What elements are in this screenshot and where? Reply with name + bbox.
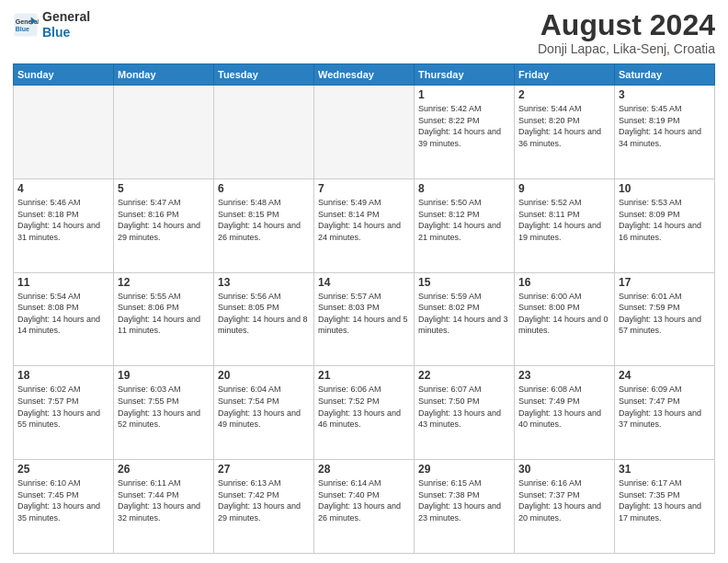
- day-number: 26: [118, 463, 210, 476]
- day-info: Sunrise: 6:04 AMSunset: 7:54 PMDaylight:…: [218, 384, 310, 430]
- day-header-friday: Friday: [515, 64, 615, 86]
- day-info: Sunrise: 5:50 AMSunset: 8:12 PMDaylight:…: [418, 197, 510, 243]
- week-row-3: 11Sunrise: 5:54 AMSunset: 8:08 PMDayligh…: [14, 272, 715, 366]
- day-number: 25: [17, 463, 109, 476]
- day-number: 11: [17, 276, 109, 289]
- calendar-table: SundayMondayTuesdayWednesdayThursdayFrid…: [13, 63, 715, 554]
- day-number: 16: [518, 276, 610, 289]
- day-info: Sunrise: 6:15 AMSunset: 7:38 PMDaylight:…: [418, 477, 510, 523]
- day-number: 27: [218, 463, 310, 476]
- calendar-cell: 24Sunrise: 6:09 AMSunset: 7:47 PMDayligh…: [615, 366, 715, 460]
- calendar-cell: 18Sunrise: 6:02 AMSunset: 7:57 PMDayligh…: [14, 366, 114, 460]
- day-info: Sunrise: 5:45 AMSunset: 8:19 PMDaylight:…: [619, 103, 711, 149]
- day-info: Sunrise: 6:06 AMSunset: 7:52 PMDaylight:…: [318, 384, 410, 430]
- day-number: 5: [118, 182, 210, 195]
- day-info: Sunrise: 6:11 AMSunset: 7:44 PMDaylight:…: [118, 477, 210, 523]
- day-number: 29: [418, 463, 510, 476]
- day-header-sunday: Sunday: [14, 64, 114, 86]
- calendar-cell: 10Sunrise: 5:53 AMSunset: 8:09 PMDayligh…: [615, 178, 715, 272]
- day-number: 10: [619, 182, 711, 195]
- day-number: 31: [619, 463, 711, 476]
- calendar-cell: 14Sunrise: 5:57 AMSunset: 8:03 PMDayligh…: [314, 272, 415, 366]
- calendar-cell: 27Sunrise: 6:13 AMSunset: 7:42 PMDayligh…: [214, 460, 314, 554]
- subtitle: Donji Lapac, Lika-Senj, Croatia: [538, 41, 715, 56]
- day-number: 7: [318, 182, 410, 195]
- day-info: Sunrise: 6:09 AMSunset: 7:47 PMDaylight:…: [619, 384, 711, 430]
- day-info: Sunrise: 5:56 AMSunset: 8:05 PMDaylight:…: [218, 291, 310, 337]
- logo: General Blue General Blue: [13, 9, 90, 40]
- calendar-cell: 15Sunrise: 5:59 AMSunset: 8:02 PMDayligh…: [415, 272, 515, 366]
- calendar-cell: 7Sunrise: 5:49 AMSunset: 8:14 PMDaylight…: [314, 178, 415, 272]
- day-number: 15: [418, 276, 510, 289]
- day-number: 30: [518, 463, 610, 476]
- day-number: 28: [318, 463, 410, 476]
- day-number: 23: [518, 369, 610, 382]
- day-header-thursday: Thursday: [415, 64, 515, 86]
- day-info: Sunrise: 5:49 AMSunset: 8:14 PMDaylight:…: [318, 197, 410, 243]
- calendar-cell: 23Sunrise: 6:08 AMSunset: 7:49 PMDayligh…: [515, 366, 615, 460]
- day-info: Sunrise: 6:14 AMSunset: 7:40 PMDaylight:…: [318, 477, 410, 523]
- day-number: 13: [218, 276, 310, 289]
- calendar-cell: [314, 86, 415, 179]
- header: General Blue General Blue August 2024 Do…: [13, 9, 715, 56]
- day-info: Sunrise: 6:00 AMSunset: 8:00 PMDaylight:…: [518, 291, 610, 337]
- week-row-5: 25Sunrise: 6:10 AMSunset: 7:45 PMDayligh…: [14, 460, 715, 554]
- day-number: 6: [218, 182, 310, 195]
- day-info: Sunrise: 5:42 AMSunset: 8:22 PMDaylight:…: [418, 103, 510, 149]
- day-info: Sunrise: 5:53 AMSunset: 8:09 PMDaylight:…: [619, 197, 711, 243]
- logo-general: General: [42, 9, 90, 24]
- calendar-cell: [214, 86, 314, 179]
- day-header-saturday: Saturday: [615, 64, 715, 86]
- day-info: Sunrise: 6:01 AMSunset: 7:59 PMDaylight:…: [619, 291, 711, 337]
- calendar-cell: 28Sunrise: 6:14 AMSunset: 7:40 PMDayligh…: [314, 460, 415, 554]
- day-info: Sunrise: 6:02 AMSunset: 7:57 PMDaylight:…: [17, 384, 109, 430]
- day-info: Sunrise: 5:47 AMSunset: 8:16 PMDaylight:…: [118, 197, 210, 243]
- calendar-cell: 12Sunrise: 5:55 AMSunset: 8:06 PMDayligh…: [114, 272, 214, 366]
- calendar-cell: 16Sunrise: 6:00 AMSunset: 8:00 PMDayligh…: [515, 272, 615, 366]
- day-info: Sunrise: 6:10 AMSunset: 7:45 PMDaylight:…: [17, 477, 109, 523]
- day-number: 24: [619, 369, 711, 382]
- day-info: Sunrise: 5:54 AMSunset: 8:08 PMDaylight:…: [17, 291, 109, 337]
- calendar-cell: 3Sunrise: 5:45 AMSunset: 8:19 PMDaylight…: [615, 86, 715, 179]
- calendar-cell: 6Sunrise: 5:48 AMSunset: 8:15 PMDaylight…: [214, 178, 314, 272]
- calendar-cell: 30Sunrise: 6:16 AMSunset: 7:37 PMDayligh…: [515, 460, 615, 554]
- calendar-cell: 29Sunrise: 6:15 AMSunset: 7:38 PMDayligh…: [415, 460, 515, 554]
- day-header-wednesday: Wednesday: [314, 64, 415, 86]
- day-number: 18: [17, 369, 109, 382]
- day-info: Sunrise: 6:07 AMSunset: 7:50 PMDaylight:…: [418, 384, 510, 430]
- day-number: 14: [318, 276, 410, 289]
- main-title: August 2024: [538, 9, 715, 41]
- day-info: Sunrise: 6:08 AMSunset: 7:49 PMDaylight:…: [518, 384, 610, 430]
- day-number: 9: [518, 182, 610, 195]
- calendar-cell: 20Sunrise: 6:04 AMSunset: 7:54 PMDayligh…: [214, 366, 314, 460]
- calendar-cell: 31Sunrise: 6:17 AMSunset: 7:35 PMDayligh…: [615, 460, 715, 554]
- day-number: 20: [218, 369, 310, 382]
- calendar-cell: 25Sunrise: 6:10 AMSunset: 7:45 PMDayligh…: [14, 460, 114, 554]
- week-row-1: 1Sunrise: 5:42 AMSunset: 8:22 PMDaylight…: [14, 86, 715, 179]
- day-number: 4: [17, 182, 109, 195]
- svg-text:Blue: Blue: [16, 26, 29, 32]
- day-number: 3: [619, 88, 711, 101]
- day-info: Sunrise: 5:57 AMSunset: 8:03 PMDaylight:…: [318, 291, 410, 337]
- day-number: 17: [619, 276, 711, 289]
- logo-text: General Blue: [42, 9, 90, 40]
- logo-blue: Blue: [42, 25, 70, 40]
- day-info: Sunrise: 6:17 AMSunset: 7:35 PMDaylight:…: [619, 477, 711, 523]
- day-number: 1: [418, 88, 510, 101]
- svg-rect-0: [14, 13, 37, 36]
- calendar-cell: 5Sunrise: 5:47 AMSunset: 8:16 PMDaylight…: [114, 178, 214, 272]
- calendar-cell: [14, 86, 114, 179]
- calendar-cell: 26Sunrise: 6:11 AMSunset: 7:44 PMDayligh…: [114, 460, 214, 554]
- day-number: 2: [518, 88, 610, 101]
- day-number: 12: [118, 276, 210, 289]
- day-info: Sunrise: 6:16 AMSunset: 7:37 PMDaylight:…: [518, 477, 610, 523]
- calendar-cell: 9Sunrise: 5:52 AMSunset: 8:11 PMDaylight…: [515, 178, 615, 272]
- page: General Blue General Blue August 2024 Do…: [0, 0, 728, 563]
- day-number: 22: [418, 369, 510, 382]
- day-number: 21: [318, 369, 410, 382]
- week-row-2: 4Sunrise: 5:46 AMSunset: 8:18 PMDaylight…: [14, 178, 715, 272]
- calendar-cell: 17Sunrise: 6:01 AMSunset: 7:59 PMDayligh…: [615, 272, 715, 366]
- calendar-cell: 11Sunrise: 5:54 AMSunset: 8:08 PMDayligh…: [14, 272, 114, 366]
- day-info: Sunrise: 6:13 AMSunset: 7:42 PMDaylight:…: [218, 477, 310, 523]
- day-header-monday: Monday: [114, 64, 214, 86]
